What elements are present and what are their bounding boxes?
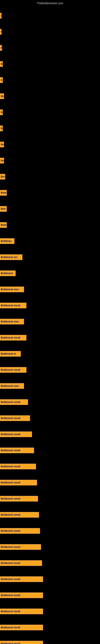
bar-label: B: [0, 61, 3, 67]
bar-label: Bottleneck result: [0, 608, 43, 614]
bar-label: Bottleneck result: [0, 641, 43, 644]
bar-row: Bottleneck result: [0, 620, 100, 636]
bar-label: P: [0, 29, 1, 34]
bar-row: Bottleneck result: [0, 442, 100, 458]
bar-row: Bottleneck resu: [0, 378, 100, 394]
bar-row: Bot: [0, 169, 100, 185]
bar-row: B: [0, 120, 100, 136]
bar-row: Bottleneck resu: [0, 314, 100, 330]
bar-label: Bottleneck result: [0, 464, 36, 469]
bar-label: Bottleneck result: [0, 528, 40, 534]
bar-label: Bottleneck res: [0, 254, 22, 260]
bar-row: Bo: [0, 152, 100, 169]
bar-label: Bottleneck result: [0, 416, 30, 421]
site-title: TheBottlenecker.com: [0, 0, 100, 6]
bar-label: E: [0, 45, 2, 51]
bar-row: Bott: [0, 201, 100, 217]
bar-label: Bottleneck result: [0, 303, 26, 308]
bar-label: Bottleneck: [0, 270, 16, 276]
bar-row: Bottleneck result: [0, 491, 100, 507]
bar-row: Bottleneck result: [0, 394, 100, 410]
bar-label: Bottleneck result: [0, 576, 43, 582]
bar-label: Bottleneck result: [0, 480, 37, 486]
bar-label: Bottleneck result: [0, 625, 43, 630]
bar-label: Bottleneck result: [0, 448, 34, 453]
bar-label: Bottleneck result: [0, 560, 42, 566]
bar-row: Bottleneck result: [0, 571, 100, 587]
bar-label: Bo: [0, 142, 4, 147]
bar-row: Bottleneck result: [0, 507, 100, 523]
bar-row: Bottleneck re: [0, 346, 100, 362]
bar-label: Bottleneck result: [0, 399, 28, 405]
bar-row: Bottleneck result: [0, 410, 100, 426]
bar-label: Bottleneck result: [0, 496, 38, 502]
bar-row: Bottleneck result: [0, 474, 100, 491]
bar-label: Bot: [0, 174, 5, 180]
bar-row: Bottl: [0, 185, 100, 201]
bar-row: Bottleneck result: [0, 458, 100, 474]
bar-label: B: [0, 110, 3, 115]
bar-row: P: [0, 24, 100, 40]
bar-label: |: [0, 13, 1, 18]
bar-label: Bottleneck result: [0, 432, 32, 437]
bar-row: Bottleneck result: [0, 636, 100, 644]
bar-label: Bottleneck re: [0, 351, 21, 356]
bar-label: Bottl: [0, 222, 7, 228]
bar-label: Bott: [0, 206, 7, 212]
bar-row: Bottleneck result: [0, 587, 100, 603]
bar-row: Bottleneck result: [0, 362, 100, 378]
bar-label: Bottleneck result: [0, 367, 26, 373]
bar-row: Bo: [0, 136, 100, 152]
bar-label: Bottl: [0, 190, 7, 196]
bar-label: Bottleneck result: [0, 335, 26, 340]
bar-row: Bottleneck: [0, 265, 100, 281]
bar-row: Bottleneck result: [0, 330, 100, 346]
bar-row: B: [0, 56, 100, 72]
bar-row: B: [0, 104, 100, 120]
bar-label: E: [0, 77, 3, 83]
bar-row: Bottl: [0, 217, 100, 233]
bar-row: Bottleneck result: [0, 603, 100, 620]
bar-row: Bottleneck result: [0, 426, 100, 442]
bar-label: Bo: [0, 158, 4, 164]
bar-label: Bottleneck resu: [0, 319, 24, 324]
bar-label: Bottlenec: [0, 238, 14, 244]
bar-label: Bottleneck result: [0, 544, 41, 550]
bar-label: B: [0, 126, 3, 131]
bar-row: E: [0, 72, 100, 88]
bar-row: Bottleneck res: [0, 249, 100, 265]
bar-label: Bottleneck result: [0, 512, 39, 518]
bar-row: Bottlenec: [0, 233, 100, 249]
bar-row: E: [0, 40, 100, 56]
bar-label: Bottleneck result: [0, 592, 43, 598]
bar-row: Bottleneck result: [0, 298, 100, 314]
bar-row: Bo: [0, 88, 100, 104]
bar-row: |: [0, 8, 100, 24]
bar-label: Bottleneck resu: [0, 383, 24, 389]
bar-row: Bottleneck result: [0, 555, 100, 571]
bar-label: Bottleneck resu: [0, 286, 24, 292]
bars-container: |PEBEBoBBBoBoBotBottlBottBottlBottlenecB…: [0, 6, 100, 644]
bar-row: Bottleneck resu: [0, 281, 100, 298]
bar-label: Bo: [0, 94, 4, 99]
bar-row: Bottleneck result: [0, 523, 100, 539]
bar-row: Bottleneck result: [0, 539, 100, 555]
